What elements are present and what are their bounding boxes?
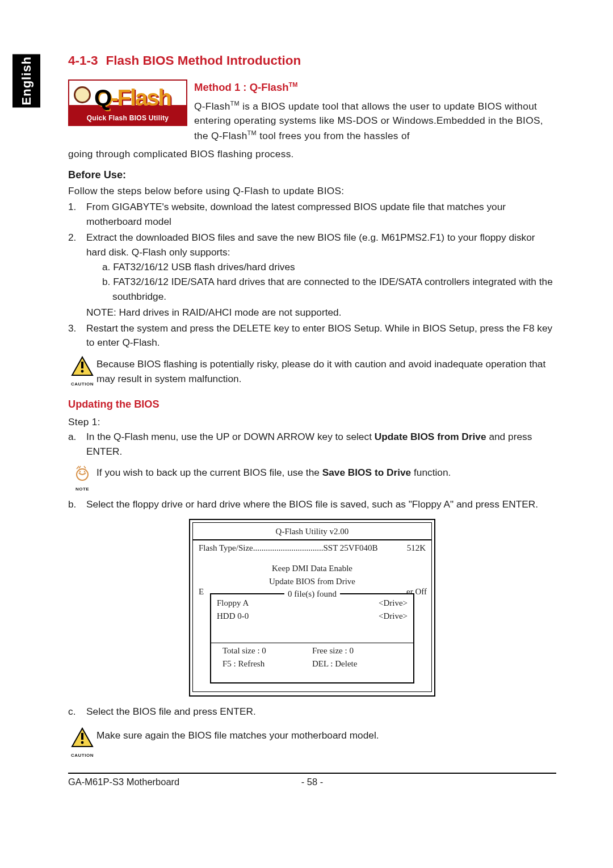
svg-rect-7 [81,733,83,740]
method1-text: Method 1 : Q-FlashTM Q-FlashTM is a BIOS… [194,79,556,144]
list-item: b. Select the floppy drive or hard drive… [68,497,556,512]
language-tab: English [12,54,40,107]
caution-label: CAUTION [68,752,96,759]
total-size: Total size : 0 [222,644,312,657]
keep-dmi: Keep DMI Data Enable [195,562,429,575]
qflash-logo-main: Q-Flash [94,81,171,115]
svg-rect-1 [81,362,83,368]
list-item: a. In the Q-Flash menu, use the UP or DO… [68,430,556,459]
list-marker: 2. [68,230,86,320]
flash-size: 512K [407,542,426,555]
qflash-title: Q-Flash Utility v2.00 [195,525,429,538]
section-number: 4-1-3 [68,53,98,68]
page-content: 4-1-3Flash BIOS Method Introduction Q-Fl… [68,51,556,789]
update-from-drive: Update BIOS from Drive [195,575,429,588]
flash-type-label: Flash Type/Size.........................… [199,543,324,552]
caution-callout: CAUTION Because BIOS flashing is potenti… [68,356,556,388]
del-delete: DEL : Delete [312,657,402,670]
note-callout: NOTE If you wish to back up the current … [68,464,556,493]
list-text: Select the BIOS file and press ENTER. [86,705,556,719]
before-use-heading: Before Use: [68,167,556,183]
side-text-left: E [199,585,204,598]
list-item: 1. From GIGABYTE's website, download the… [68,200,556,229]
list-text: In the Q-Flash menu, use the UP or DOWN … [86,430,556,459]
list-marker: 1. [68,200,86,229]
list-item: 2. Extract the downloaded BIOS files and… [68,230,556,320]
note-text: If you wish to back up the current BIOS … [96,464,556,480]
note-label: NOTE [68,486,96,493]
svg-point-2 [81,370,84,373]
svg-point-5 [84,471,86,473]
footer-page-number: - 58 - [301,775,324,789]
step1-label: Step 1: [68,415,556,430]
caution-callout: CAUTION Make sure again the BIOS file ma… [68,727,556,759]
note-icon: NOTE [68,464,96,493]
page-footer: GA-M61P-S3 Motherboard - 58 - [68,775,556,789]
list-text: Extract the downloaded BIOS files and sa… [86,230,556,320]
qflash-logo-sub: Quick Flash BIOS Utility [69,113,186,123]
method1-intro: Q-Flash Quick Flash BIOS Utility Method … [68,79,556,144]
section-title-text: Flash BIOS Method Introduction [106,53,301,68]
footer-rule [68,773,556,774]
list-text: Restart the system and press the DELETE … [86,321,556,351]
method1-title: Method 1 : Q-FlashTM [194,79,556,95]
list-marker: 3. [68,321,86,351]
footer-left: GA-M61P-S3 Motherboard [68,775,301,789]
free-size: Free size : 0 [312,644,402,657]
list-text: Select the floppy drive or hard drive wh… [86,497,556,512]
list-item: 3. Restart the system and press the DELE… [68,321,556,351]
caution-icon: CAUTION [68,356,96,388]
caution-text: Make sure again the BIOS file matches yo… [96,727,556,743]
note-line: NOTE: Hard drives in RAID/AHCI mode are … [86,305,556,320]
before-use-list: 1. From GIGABYTE's website, download the… [68,200,556,350]
files-found: 0 file(s) found [284,589,340,598]
f5-refresh: F5 : Refresh [222,657,312,670]
qflash-utility-box: Q-Flash Utility v2.00 Flash Type/Size...… [68,519,556,697]
method1-desc: Q-FlashTM is a BIOS update tool that all… [194,99,556,144]
list-marker: c. [68,705,86,719]
caution-label: CAUTION [68,381,96,388]
caution-icon: CAUTION [68,727,96,759]
list-item: c. Select the BIOS file and press ENTER. [68,705,556,719]
list-marker: b. [68,497,86,512]
updating-heading: Updating the BIOS [68,397,556,412]
list-text: From GIGABYTE's website, download the la… [86,200,556,229]
section-title: 4-1-3Flash BIOS Method Introduction [68,51,556,70]
sub-item-a: a. FAT32/16/12 USB flash drives/hard dri… [102,260,556,275]
flash-type-value: SST 25VF040B [324,543,378,552]
svg-point-4 [79,471,81,473]
qflash-logo: Q-Flash Quick Flash BIOS Utility [68,79,187,126]
svg-point-8 [81,741,84,744]
sub-item-b: b. FAT32/16/12 IDE/SATA hard drives that… [102,275,556,304]
drive-row[interactable]: HDD 0-0 <Drive> [217,610,408,623]
before-use-intro: Follow the steps below before using Q-Fl… [68,184,556,199]
list-marker: a. [68,430,86,459]
method1-desc-cont: going through complicated BIOS flashing … [68,147,556,162]
clock-icon [74,86,91,103]
drive-panel: 0 file(s) found Floppy A <Drive> HDD 0-0… [210,593,414,684]
caution-text: Because BIOS flashing is potentially ris… [96,356,556,387]
